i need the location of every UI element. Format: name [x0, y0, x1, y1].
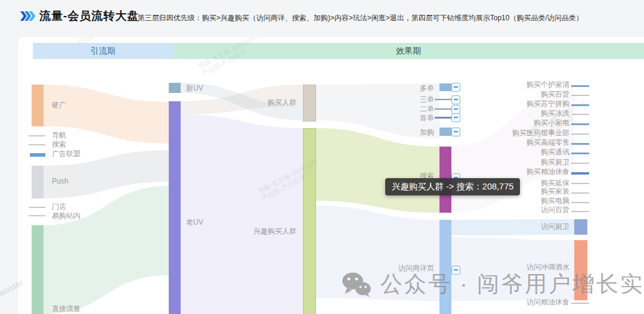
node-label: 新UV — [186, 84, 203, 92]
node-label: 访问粮油休食 — [474, 298, 569, 306]
node-label: 多单 — [363, 84, 434, 92]
dashboard: 引流期 效果期 — [0, 0, 644, 314]
collapse-icon[interactable] — [451, 95, 460, 104]
sankey-node-newuv[interactable] — [169, 83, 181, 93]
sankey-node-buy-telecom[interactable] — [571, 153, 589, 154]
node-label: 购买人群 — [225, 98, 296, 107]
sankey-node-buy-computer[interactable] — [571, 202, 589, 203]
node-label: 购买高端零售 — [474, 138, 569, 147]
sankey-node-buy-warranty[interactable] — [571, 183, 589, 184]
sankey-node-buy-laundry[interactable] — [571, 114, 589, 115]
sankey-node-buy-smallapp[interactable] — [571, 123, 589, 125]
node-label: 购买个护家清 — [474, 80, 569, 89]
node-label: 直接流量 — [52, 304, 80, 313]
collapse-icon[interactable] — [451, 128, 460, 136]
node-label: 购买小家电 — [474, 119, 569, 127]
collapse-icon[interactable] — [451, 83, 460, 92]
sankey-node-nav[interactable] — [29, 135, 45, 136]
node-label: 兴趣购买人群 — [225, 227, 296, 235]
node-label: 搜索 — [52, 140, 66, 148]
required-asterisk: * — [134, 14, 137, 22]
sankey-node-direct[interactable] — [32, 225, 44, 314]
header-bar: 流量-会员流转大盘 *第三层归因优先级：购买>兴趣购买（访问商详、搜索、加购)>… — [0, 0, 644, 37]
node-label: 访问商详页 — [363, 264, 434, 272]
sankey-node-buy-personalcare[interactable] — [571, 85, 589, 87]
sankey-node-third-order[interactable] — [435, 99, 451, 100]
sankey-node-buy-kitchen[interactable] — [571, 163, 589, 164]
sankey-node-search-src[interactable] — [29, 144, 45, 145]
collapse-icon[interactable] — [451, 266, 460, 275]
collapse-icon[interactable] — [451, 105, 460, 114]
node-label: 访问厨卫 — [474, 222, 569, 231]
sankey-node-buy-grain[interactable] — [571, 172, 589, 175]
sankey-node-buy-homedeco[interactable] — [571, 192, 589, 194]
sankey-node-visit-grain[interactable] — [571, 303, 589, 304]
sankey-node-buyers[interactable] — [303, 85, 316, 122]
node-label: Push — [52, 177, 68, 185]
sankey-node-push[interactable] — [32, 166, 44, 198]
sankey-node-visit-beverage[interactable] — [574, 240, 587, 300]
node-label: 购买厨卫 — [474, 158, 569, 166]
sankey-tooltip: 兴趣购买人群 -> 搜索：208,775 — [385, 178, 520, 195]
sankey-node-adunion[interactable] — [30, 153, 45, 157]
node-label: 广告联盟 — [52, 150, 80, 158]
page-title: 流量-会员流转大盘 — [39, 8, 139, 24]
node-label: 导航 — [52, 131, 66, 139]
node-label: 访问百货 — [474, 206, 569, 214]
node-label: 购买通讯 — [474, 148, 569, 156]
node-label: 购买医药馆事业部 — [474, 129, 569, 137]
sankey-node-buy-general[interactable] — [571, 95, 589, 96]
node-label: 购买冰洗 — [474, 109, 569, 117]
sankey-node-olduv[interactable] — [169, 101, 181, 314]
sankey-node-buy-pharma[interactable] — [571, 133, 589, 135]
phase-band-effect: 效果期 — [173, 43, 644, 59]
sankey-node-onsite[interactable] — [29, 215, 45, 216]
node-label: 购买粮油休食 — [474, 167, 569, 176]
attribution-note: *第三层归因优先级：购买>兴趣购买（访问商详、搜索、加购)>内容>玩法>闲逛>退… — [134, 13, 583, 23]
phase-band-inflow: 引流期 — [33, 43, 173, 59]
sankey-node-multi-order[interactable] — [439, 83, 451, 91]
phase-label-inflow: 引流期 — [91, 46, 116, 57]
sankey-node-visit-kitchen[interactable] — [574, 219, 587, 235]
sankey-node-addcart[interactable] — [439, 128, 451, 136]
node-label: 购买电脑 — [474, 197, 569, 205]
node-label: 老UV — [186, 218, 203, 226]
sankey-node-detailpage[interactable] — [439, 220, 451, 314]
node-label: 首单 — [363, 114, 434, 122]
sankey-node-second-order[interactable] — [435, 108, 451, 110]
tooltip-text: 兴趣购买人群 -> 搜索：208,775 — [392, 182, 513, 191]
sankey-node-buy-highend[interactable] — [571, 143, 589, 145]
sankey-node-interest-buyers[interactable] — [303, 128, 316, 314]
node-label: 三单 — [363, 95, 434, 104]
sankey-node-store[interactable] — [29, 207, 45, 208]
node-label: 购买苏宁拼购 — [474, 100, 569, 108]
node-label: 加购 — [363, 128, 434, 136]
sankey-node-hardad[interactable] — [32, 85, 44, 126]
node-label: 门店 — [52, 203, 66, 211]
sankey-node-visit-general[interactable] — [571, 211, 589, 212]
sankey-node-first-order[interactable] — [435, 117, 451, 119]
node-label: 易购站内 — [52, 212, 80, 220]
node-label: 硬广 — [52, 101, 66, 109]
sankey-node-buy-pinbuy[interactable] — [571, 104, 589, 106]
node-label: 购买百货 — [474, 90, 569, 98]
collapse-icon[interactable] — [451, 113, 460, 122]
triple-chevron-icon — [20, 10, 36, 23]
node-label: 二单 — [363, 105, 434, 113]
phase-label-effect: 效果期 — [396, 46, 421, 57]
node-label: 访问冲调酒水 — [474, 263, 569, 271]
